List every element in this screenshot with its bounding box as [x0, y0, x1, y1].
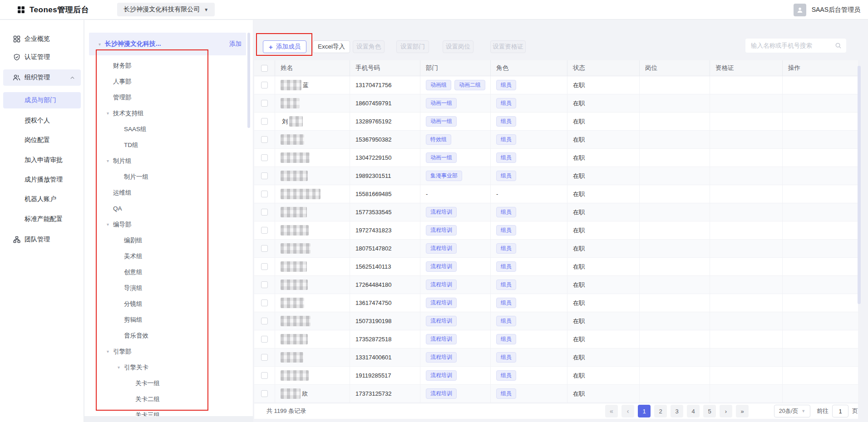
tree-root-node[interactable]: ▾ 长沙神漫文化科技... 添加 [89, 33, 246, 55]
sidebar-item-team[interactable]: 团队管理 [3, 231, 81, 248]
row-checkbox[interactable] [261, 354, 268, 361]
sidebar-item-members[interactable]: 成员与部门 [3, 92, 81, 108]
department-tag: 流程培训 [426, 370, 457, 381]
row-checkbox[interactable] [261, 318, 268, 324]
tree-node[interactable]: 音乐音效 [84, 328, 247, 343]
row-checkbox[interactable] [261, 263, 268, 270]
page-button-4[interactable]: 4 [687, 405, 700, 417]
table-scrollbar[interactable] [858, 66, 861, 304]
sidebar-item-playback[interactable]: 成片播放管理 [3, 172, 81, 188]
row-checkbox[interactable] [261, 154, 268, 161]
post-cell [640, 240, 710, 257]
tree-node-label: 创意组 [124, 268, 143, 276]
add-member-button[interactable]: +添加成员 [263, 40, 306, 53]
tree-node[interactable]: 关卡一组 [84, 375, 247, 391]
row-checkbox[interactable] [261, 100, 268, 107]
department-tag: 流程培训 [426, 334, 457, 344]
tree-node[interactable]: QA [84, 201, 247, 216]
name-cell [275, 185, 350, 203]
add-department-link[interactable]: 添加 [229, 40, 242, 48]
chevron-down-icon[interactable]: ▾ [107, 111, 113, 116]
page-button-5[interactable]: 5 [703, 405, 716, 417]
page-button-2[interactable]: 2 [654, 405, 667, 417]
tree-node[interactable]: ▾编导部 [84, 216, 247, 232]
tree-node[interactable]: 关卡二组 [84, 391, 247, 407]
name-cell [275, 348, 350, 366]
sidebar-item-overview[interactable]: 企业概览 [3, 31, 81, 47]
company-selector[interactable]: 长沙神漫文化科技有限公司 ▼ [117, 3, 215, 16]
select-all-checkbox[interactable] [261, 65, 268, 72]
chevron-down-icon[interactable]: ▾ [118, 365, 124, 370]
search-icon[interactable] [835, 42, 842, 49]
next-page-button[interactable]: › [720, 405, 732, 417]
page-size-value: 20条/页 [779, 407, 798, 415]
tree-node[interactable]: 运维组 [84, 185, 247, 201]
tree-node[interactable]: TD组 [84, 137, 247, 153]
department-cell: 动画组动画二组 [420, 76, 491, 94]
last-page-button[interactable]: » [736, 405, 749, 417]
tree-node[interactable]: 导演组 [84, 280, 247, 296]
chevron-down-icon[interactable]: ▾ [107, 222, 113, 227]
actions-cell [783, 348, 858, 366]
tree-node[interactable]: 分镜组 [84, 296, 247, 312]
row-checkbox[interactable] [261, 372, 268, 379]
row-checkbox[interactable] [261, 227, 268, 234]
page-unit-label: 页 [852, 407, 858, 415]
page-button-1[interactable]: 1 [638, 405, 651, 417]
tree-node[interactable]: 剪辑组 [84, 312, 247, 328]
first-page-button[interactable]: « [605, 405, 618, 417]
tree-node[interactable]: 编剧组 [84, 232, 247, 248]
excel-import-button[interactable]: Excel导入 [313, 40, 350, 53]
tree-node[interactable]: ▾制片组 [84, 153, 247, 169]
row-checkbox[interactable] [261, 209, 268, 216]
role-tag: 组员 [496, 352, 516, 363]
tree-root-label: 长沙神漫文化科技... [105, 40, 161, 48]
sidebar-item-label: 机器人账户 [25, 195, 56, 203]
tree-node[interactable]: 管理部 [84, 89, 247, 105]
prev-page-button[interactable]: ‹ [621, 405, 634, 417]
sidebar-item-capacity[interactable]: 标准产能配置 [3, 211, 81, 227]
role-tag: 组员 [496, 388, 516, 399]
row-checkbox[interactable] [261, 390, 268, 397]
tree-node-label: QA [113, 205, 122, 212]
tree-node[interactable]: 人事部 [84, 74, 247, 89]
goto-page-input[interactable] [832, 405, 848, 417]
tree-node[interactable]: 美术组 [84, 248, 247, 264]
row-checkbox[interactable] [261, 136, 268, 143]
tree-node[interactable]: 关卡三组 [84, 407, 247, 416]
department-cell: 动画一组 [420, 113, 491, 130]
page-button-3[interactable]: 3 [671, 405, 683, 417]
tree-scrollbar[interactable] [247, 33, 250, 128]
row-checkbox[interactable] [261, 336, 268, 343]
chevron-down-icon[interactable]: ▾ [107, 349, 113, 354]
tree-node[interactable]: ▾技术支持组 [84, 105, 247, 121]
sidebar-item-join-approval[interactable]: 加入申请审批 [3, 152, 81, 168]
tree-node[interactable]: SAAS组 [84, 121, 247, 137]
sidebar-item-positions[interactable]: 岗位配置 [3, 132, 81, 148]
page-size-select[interactable]: 20条/页 ▼ [774, 405, 810, 417]
sidebar-item-org[interactable]: 组织管理 [3, 69, 81, 86]
user-menu[interactable]: SAAS后台管理员 [794, 0, 860, 20]
row-checkbox[interactable] [261, 82, 268, 88]
sidebar-item-auth[interactable]: 认证管理 [3, 49, 81, 65]
row-checkbox[interactable] [261, 245, 268, 252]
row-checkbox[interactable] [261, 191, 268, 197]
sidebar-item-authorize[interactable]: 授权个人 [3, 113, 81, 129]
chevron-down-icon[interactable]: ▾ [107, 158, 113, 163]
tree-node[interactable]: 财务部 [84, 58, 247, 74]
row-checkbox[interactable] [261, 172, 268, 179]
tree-node[interactable]: 创意组 [84, 264, 247, 280]
tree-node[interactable]: ▾引擎关卡 [84, 359, 247, 375]
blurred-name [281, 316, 311, 326]
search-input[interactable] [751, 42, 835, 49]
tree-node-label: 编导部 [113, 221, 132, 229]
tree-node[interactable]: ▾引擎部 [84, 343, 247, 359]
chevron-down-icon[interactable]: ▾ [99, 42, 105, 47]
tree-node[interactable]: 制片一组 [84, 169, 247, 185]
row-checkbox[interactable] [261, 118, 268, 125]
sidebar-item-robot[interactable]: 机器人账户 [3, 191, 81, 207]
cert-cell [710, 385, 783, 402]
table-row: 19119285517流程培训组员在职 [254, 367, 858, 385]
row-checkbox[interactable] [261, 299, 268, 306]
row-checkbox[interactable] [261, 281, 268, 288]
